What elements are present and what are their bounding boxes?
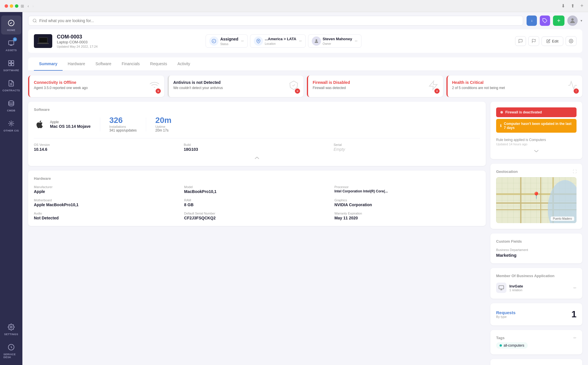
business-app-row: InvGate 1 relation ✏ <box>496 283 577 293</box>
tab-hardware[interactable]: Hardware <box>63 57 90 71</box>
nav-back-icon[interactable]: ‹ <box>28 4 29 8</box>
search-bar[interactable] <box>28 16 523 26</box>
hw-graphics: Graphics NVIDIA Corporation <box>334 198 480 207</box>
health-alert-title: Health is Critical <box>452 80 505 85</box>
hw-manufacturer-value: Apple <box>34 189 179 194</box>
business-app-edit-btn[interactable]: ✏ <box>573 286 577 290</box>
tab-requests[interactable]: Requests <box>145 57 172 71</box>
sidebar-toggle-icon[interactable]: ⊞ <box>21 4 24 8</box>
antivirus-alert: Antivirus is not Detected We couldn't de… <box>168 76 304 97</box>
geolocation-expand-btn[interactable]: ⛶ <box>573 169 577 174</box>
user-avatar[interactable] <box>567 16 578 26</box>
tag-button[interactable] <box>540 16 550 26</box>
health-card: ⊗ Firewall is deactivated ℹ Computer has… <box>490 102 582 159</box>
info-icon: i <box>529 18 534 23</box>
edit-button[interactable]: Edit <box>541 36 563 46</box>
svg-point-10 <box>9 101 14 103</box>
health-expand[interactable] <box>496 148 577 153</box>
sidebar-item-home[interactable]: HOME <box>1 16 21 34</box>
os-info: Apple Mac OS 10.14 Mojave <box>50 120 91 129</box>
connectivity-alert-icon: ✕ <box>149 80 160 92</box>
map-label: Puerto Madero <box>551 217 574 221</box>
minimize-button[interactable] <box>10 4 13 8</box>
svg-rect-22 <box>37 43 49 44</box>
apple-icon <box>34 119 45 130</box>
business-app-relation: 1 relation <box>509 288 523 292</box>
hw-manufacturer-label: Manufacturer <box>34 185 179 189</box>
location-chip[interactable]: ...America > LATA Location ✏ <box>250 34 306 48</box>
requests-info: Requests By type <box>496 310 516 318</box>
status-sublabel: Status <box>220 43 228 46</box>
tag-all-computers[interactable]: all-computers <box>496 342 528 349</box>
hw-audio-label: Audio <box>34 212 179 215</box>
location-info: ...America > LATA Location <box>265 37 296 45</box>
search-input[interactable] <box>39 18 519 23</box>
tags-edit-btn[interactable]: ✏ <box>573 336 577 340</box>
asset-thumbnail <box>34 34 52 48</box>
sidebar-item-cmdb[interactable]: CMDB <box>1 96 21 115</box>
servicedesk-icon <box>7 343 16 352</box>
contracts-icon <box>7 79 16 88</box>
asset-name: Laptop COM-0003 <box>57 40 201 44</box>
fullscreen-button[interactable] <box>15 4 18 8</box>
firewall-deactivated-alert: ⊗ Firewall is deactivated <box>496 107 577 117</box>
os-name: Mac OS 10.14 Mojave <box>50 124 91 129</box>
firewall-alert-desc: Firewall was detected <box>313 86 350 90</box>
download-icon[interactable]: ⬇ <box>561 3 565 9</box>
sidebar-item-contracts[interactable]: CONTRACTS <box>1 76 21 95</box>
tab-financials[interactable]: Financials <box>117 57 145 71</box>
below-alerts: Software Apple Mac OS 10.14 Mojave <box>28 102 582 365</box>
svg-point-24 <box>258 40 259 41</box>
sidebar-item-other[interactable]: OTHER CIs <box>1 116 21 135</box>
status-chip[interactable]: Assigned Status ✏ <box>206 34 248 48</box>
collapse-arrow[interactable] <box>34 155 480 160</box>
assets-badge: 5 <box>13 37 17 41</box>
status-edit-icon[interactable]: ✏ <box>241 39 244 43</box>
svg-text:i: i <box>532 20 533 22</box>
flag-button[interactable] <box>528 36 539 46</box>
geo-map: 📍 Puerto Madero <box>496 177 577 223</box>
software-row: Apple Mac OS 10.14 Mojave 326 Installati… <box>34 116 480 132</box>
location-edit-icon[interactable]: ✏ <box>299 39 302 43</box>
tags-title: Tags <box>496 336 504 340</box>
hw-processor: Processor Intel Corporation Intel(R) Cor… <box>334 185 480 194</box>
requests-count: 1 <box>571 309 577 320</box>
sidebar-item-settings[interactable]: SETTINGS <box>1 320 21 339</box>
tab-activity[interactable]: Activity <box>172 57 195 71</box>
content: COM-0003 Laptop COM-0003 Updated May 24 … <box>22 29 588 365</box>
health-alert-card: Health is Critical 2 of 5 conditions are… <box>446 76 583 97</box>
hw-manufacturer: Manufacturer Apple <box>34 185 179 194</box>
owner-chip[interactable]: Steven Mahoney Owner ✏ <box>308 34 362 48</box>
close-button[interactable] <box>5 4 8 8</box>
new-tab-icon[interactable]: + <box>580 3 583 9</box>
sidebar-label-software: SOFTWARE <box>3 69 19 72</box>
topbar-actions: i + ▾ <box>527 16 582 26</box>
connectivity-alert-title: Connectivity is Offline <box>34 80 88 85</box>
svg-point-19 <box>571 18 574 21</box>
os-details: OS Version 10.14.6 Build 18G103 Serial E… <box>34 138 480 152</box>
firewall-alert-text: Firewall is deactivated <box>505 110 542 114</box>
geolocation-header: Geolocation ⛶ <box>496 169 577 174</box>
settings-gear-button[interactable] <box>566 36 577 46</box>
tab-summary[interactable]: Summary <box>34 57 63 71</box>
sidebar-item-servicedesk[interactable]: SERVICE DESK <box>1 340 21 362</box>
share-icon[interactable]: ⬆ <box>571 3 575 9</box>
requests-subtitle: By type <box>496 315 516 318</box>
add-button[interactable]: + <box>553 16 564 26</box>
user-chevron[interactable]: ▾ <box>581 19 582 23</box>
sidebar-item-assets[interactable]: 5 ASSETS <box>1 36 21 55</box>
hardware-grid: Manufacturer Apple Model MacBookPro10,1 … <box>34 185 480 220</box>
chat-button[interactable] <box>515 36 526 46</box>
warning-icon: ⊗ <box>500 110 503 114</box>
svg-rect-5 <box>11 61 14 63</box>
location-sublabel: Location <box>265 42 276 45</box>
sidebar-item-software[interactable]: SOFTWARE <box>1 56 21 75</box>
antivirus-badge: ✕ <box>295 88 300 94</box>
owner-edit-icon[interactable]: ✏ <box>355 39 358 43</box>
sidebar-label-settings: SETTINGS <box>4 333 18 336</box>
tab-software[interactable]: Software <box>90 57 117 71</box>
uptime-value: 20m <box>155 116 171 124</box>
svg-rect-29 <box>499 286 504 289</box>
info-button[interactable]: i <box>527 16 537 26</box>
build-detail: Build 18G103 <box>184 143 330 152</box>
